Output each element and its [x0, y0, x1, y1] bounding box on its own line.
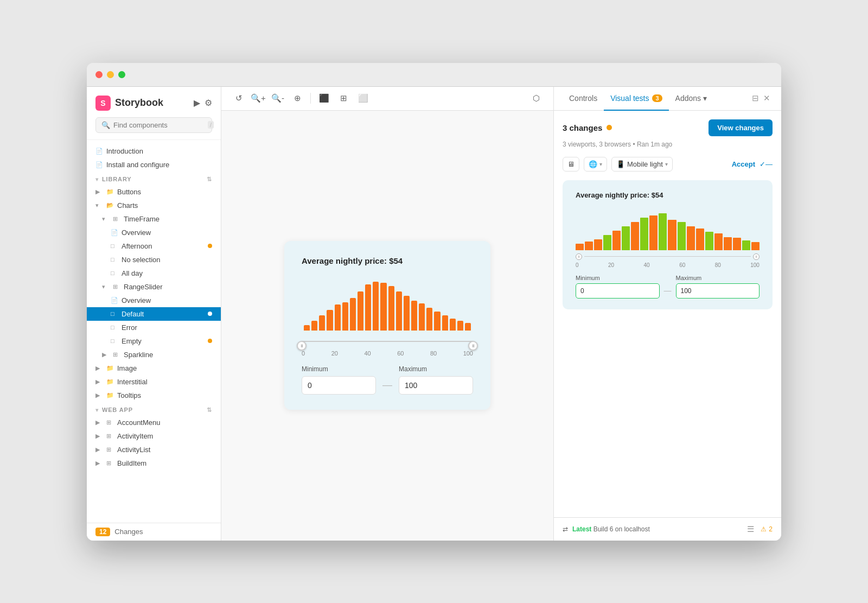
mini-histogram-bar: [585, 242, 593, 250]
open-new-tab-button[interactable]: ⬡: [527, 90, 545, 107]
sidebar-item-default[interactable]: □ Default: [87, 307, 221, 321]
mini-thumb-left[interactable]: ⏸: [576, 253, 582, 260]
sidebar-item-activitylist[interactable]: ▶ ⊞ ActivityList: [87, 443, 221, 456]
tablet-view-button[interactable]: ⬛: [315, 90, 333, 107]
minimize-button[interactable]: [107, 71, 114, 78]
sidebar-item-install[interactable]: 📄 Install and configure: [87, 158, 221, 172]
minimum-input-group: Minimum: [302, 365, 376, 395]
component-icon: ⊞: [113, 283, 120, 290]
slider-thumb-left[interactable]: ⏸: [297, 341, 307, 351]
sidebar-item-label: ActivityItem: [117, 432, 153, 440]
sidebar-item-label: Overview: [122, 228, 151, 237]
sidebar-item-label: Buttons: [117, 188, 141, 196]
canvas-area: ↺ 🔍+ 🔍- ⊕ ⬛ ⊞ ⬜ ⬡ Average nightly price:…: [221, 87, 553, 541]
mini-thumb-right[interactable]: ⏸: [753, 253, 760, 260]
sidebar-item-timeframe[interactable]: ▾ ⊞ TimeFrame: [87, 212, 221, 226]
sort-icon[interactable]: ⇅: [207, 176, 212, 183]
maximize-button[interactable]: [118, 71, 125, 78]
mini-minimum-input[interactable]: [576, 283, 660, 299]
sidebar-item-error[interactable]: □ Error: [87, 321, 221, 334]
sidebar-item-empty[interactable]: □ Empty: [87, 334, 221, 348]
story-icon: □: [111, 270, 118, 276]
histogram-bar: [373, 282, 379, 331]
sidebar-item-afternoon[interactable]: □ Afternoon: [87, 239, 221, 253]
sidebar-item-charts[interactable]: ▾ 📂 Charts: [87, 199, 221, 212]
viewport-device-button[interactable]: 🖥: [563, 157, 579, 172]
maximum-input[interactable]: [399, 376, 473, 395]
sidebar-item-accountmenu[interactable]: ▶ ⊞ AccountMenu: [87, 416, 221, 429]
sidebar-item-rangeslider[interactable]: ▾ ⊞ RangeSlider: [87, 280, 221, 294]
mini-separator: —: [664, 278, 672, 295]
zoom-reset-button[interactable]: ⊕: [289, 90, 306, 107]
mobile-view-button[interactable]: ⬜: [354, 90, 372, 107]
sidebar-item-sparkline[interactable]: ▶ ⊞ Sparkline: [87, 348, 221, 361]
tab-visual-tests[interactable]: Visual tests 3: [604, 87, 668, 111]
mini-maximum-group: Maximum: [676, 275, 760, 299]
histogram-bar: [335, 304, 341, 331]
sidebar-item-label: Introduction: [106, 147, 143, 155]
sidebar-item-tooltips[interactable]: ▶ 📁 Tooltips: [87, 389, 221, 402]
slider-thumb-right[interactable]: ⏸: [468, 341, 478, 351]
sidebar-item-buttons[interactable]: ▶ 📁 Buttons: [87, 185, 221, 199]
panel-view-toggle[interactable]: ⊟: [750, 91, 761, 105]
tab-controls[interactable]: Controls: [563, 87, 604, 111]
tab-visual-label: Visual tests: [610, 94, 649, 103]
sidebar-item-image[interactable]: ▶ 📁 Image: [87, 361, 221, 375]
refresh-button[interactable]: ↺: [230, 90, 247, 107]
logo-controls: ▶ ⚙: [194, 98, 212, 108]
app-name: Storybook: [115, 97, 163, 109]
mobile-icon: 📱: [616, 160, 625, 168]
doc-icon: 📄: [95, 161, 103, 168]
sidebar-content: 📄 Introduction 📄 Install and configure ▾…: [87, 140, 221, 523]
maximum-label: Maximum: [399, 365, 473, 373]
settings-button[interactable]: ⚙: [205, 98, 212, 108]
expand-icon: ▶: [95, 433, 103, 440]
accept-button[interactable]: Accept: [732, 160, 755, 168]
histogram-area: [302, 276, 473, 331]
sidebar-item-interstitial[interactable]: ▶ 📁 Interstitial: [87, 375, 221, 389]
folder-open-icon: 📂: [106, 202, 114, 209]
tab-addons[interactable]: Addons ▾: [669, 87, 713, 111]
histogram-bar: [358, 291, 363, 331]
zoom-out-button[interactable]: 🔍-: [269, 90, 286, 107]
sidebar-item-all-day[interactable]: □ All day: [87, 266, 221, 280]
sidebar-item-label: All day: [122, 269, 143, 277]
search-input[interactable]: [113, 121, 205, 129]
minimum-input[interactable]: [302, 376, 376, 395]
changes-count: 3 changes: [563, 123, 612, 132]
mini-histogram-bar: [751, 242, 760, 250]
doc-icon: 📄: [111, 297, 118, 304]
histogram-bar: [304, 325, 310, 331]
traffic-lights: [95, 71, 125, 78]
play-button[interactable]: ▶: [194, 98, 200, 108]
sidebar-item-timeframe-overview[interactable]: 📄 Overview: [87, 226, 221, 239]
mini-maximum-input[interactable]: [676, 283, 760, 299]
panel-close-button[interactable]: ✕: [761, 91, 773, 105]
list-icon-button[interactable]: ☰: [745, 522, 756, 536]
sort-icon[interactable]: ⇅: [207, 407, 212, 414]
sidebar-item-label: RangeSlider: [124, 283, 163, 291]
chevron-down-icon: ▾: [599, 161, 602, 167]
sidebar: S Storybook ▶ ⚙ 🔍 / 📄 Introduct: [87, 87, 221, 541]
build-latest: Latest: [572, 525, 591, 533]
sidebar-item-builditem[interactable]: ▶ ⊞ BuildItem: [87, 456, 221, 470]
search-box[interactable]: 🔍 /: [95, 117, 212, 133]
sidebar-item-label: Tooltips: [117, 391, 141, 399]
viewport-mobile-button[interactable]: 📱 Mobile light ▾: [611, 157, 673, 172]
close-button[interactable]: [95, 71, 103, 78]
mini-histogram-bar: [594, 239, 602, 250]
view-changes-button[interactable]: View changes: [709, 119, 773, 136]
range-labels: 0 20 40 60 80 100: [302, 350, 473, 357]
viewport-browser-button[interactable]: 🌐 ▾: [584, 157, 607, 172]
zoom-in-button[interactable]: 🔍+: [250, 90, 267, 107]
range-slider-track[interactable]: ⏸ ⏸: [302, 335, 473, 348]
sidebar-item-label: AccountMenu: [117, 418, 161, 427]
story-icon: □: [111, 243, 118, 249]
collapse-icon: ▾: [102, 283, 110, 290]
sidebar-item-activityitem[interactable]: ▶ ⊞ ActivityItem: [87, 429, 221, 443]
sidebar-item-rangeslider-overview[interactable]: 📄 Overview: [87, 294, 221, 307]
mini-histogram-bar: [733, 238, 741, 250]
sidebar-item-no-selection[interactable]: □ No selection: [87, 253, 221, 266]
grid-button[interactable]: ⊞: [335, 90, 352, 107]
sidebar-item-introduction[interactable]: 📄 Introduction: [87, 144, 221, 158]
